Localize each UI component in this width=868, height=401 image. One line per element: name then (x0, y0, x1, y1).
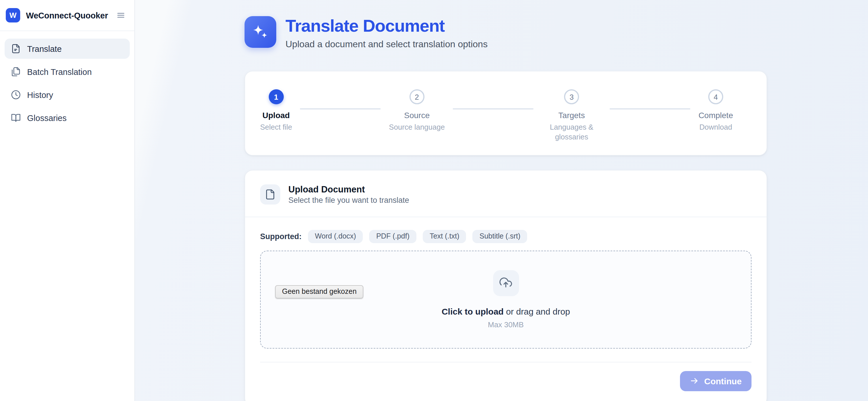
upload-card-header: Upload Document Select the file you want… (260, 184, 751, 204)
step-label: Targets (558, 111, 585, 120)
divider (260, 362, 751, 362)
upload-card-header-text: Upload Document Select the file you want… (288, 184, 409, 204)
app-title: WeConnect-Quooker (26, 11, 109, 20)
sidebar-toggle-button[interactable] (115, 9, 126, 21)
step-number-badge: 1 (269, 89, 283, 104)
dropzone-hint: Max 30MB (488, 320, 524, 329)
step-sublabel: Source language (389, 122, 445, 132)
page-subtitle: Upload a document and select translation… (285, 39, 488, 49)
app-logo: W (6, 8, 20, 23)
step-number-badge: 4 (708, 89, 723, 104)
sidebar-item-batch-translation[interactable]: Batch Translation (5, 62, 130, 82)
file-dropzone[interactable]: Geen bestand gekozen Click to upload or … (260, 250, 751, 348)
cloud-upload-icon (493, 270, 519, 296)
step-sublabel: Languages & glossaries (541, 122, 601, 142)
clock-icon (11, 90, 21, 100)
step-complete: 4 Complete Download (699, 89, 733, 132)
step-sublabel: Select file (260, 122, 292, 132)
step-number-badge: 3 (564, 89, 579, 104)
page-title: Translate Document (285, 16, 488, 35)
dropzone-title: Click to upload or drag and drop (441, 306, 570, 316)
arrow-right-icon (690, 376, 699, 386)
format-chip-txt: Text (.txt) (423, 230, 466, 243)
main-area: Translate Document Upload a document and… (135, 0, 868, 401)
files-icon (11, 67, 21, 77)
app-window: W WeConnect-Quooker Translate Batch Tran… (0, 0, 868, 401)
step-connector (453, 108, 533, 109)
step-number-badge: 2 (409, 89, 425, 104)
continue-button-label: Continue (704, 376, 742, 386)
upload-card-title: Upload Document (288, 184, 409, 195)
format-chip-pdf: PDF (.pdf) (369, 230, 416, 243)
actions-row: Continue (260, 371, 751, 391)
sidebar: W WeConnect-Quooker Translate Batch Tran… (0, 0, 135, 401)
divider (245, 216, 767, 217)
step-label: Source (404, 111, 430, 120)
dropzone-title-strong: Click to upload (441, 306, 503, 316)
book-open-icon (11, 113, 21, 123)
sidebar-item-label: Translate (27, 44, 62, 53)
step-targets: 3 Targets Languages & glossaries (541, 89, 601, 142)
page-header-text: Translate Document Upload a document and… (285, 16, 488, 49)
continue-button[interactable]: Continue (680, 371, 751, 391)
step-upload: 1 Upload Select file (260, 89, 292, 132)
sidebar-item-label: Glossaries (27, 113, 67, 123)
sidebar-item-label: History (27, 90, 53, 99)
format-chip-docx: Word (.docx) (308, 230, 363, 243)
upload-card: Upload Document Select the file you want… (245, 170, 767, 401)
native-file-input-button[interactable]: Geen bestand gekozen (275, 285, 364, 298)
format-chip-srt: Subtitle (.srt) (473, 230, 527, 243)
step-label: Complete (699, 111, 733, 120)
sidebar-nav: Translate Batch Translation History Glos… (0, 31, 134, 135)
page-header: Translate Document Upload a document and… (245, 0, 767, 49)
hamburger-icon (116, 11, 125, 20)
sidebar-item-history[interactable]: History (5, 85, 130, 105)
file-icon (260, 184, 280, 204)
step-source: 2 Source Source language (389, 89, 445, 132)
sidebar-item-translate[interactable]: Translate (5, 39, 130, 59)
step-connector (300, 108, 381, 109)
sidebar-item-label: Batch Translation (27, 67, 92, 76)
step-connector (610, 108, 690, 109)
step-label: Upload (262, 111, 290, 120)
content-column: Translate Document Upload a document and… (245, 0, 767, 401)
supported-formats-row: Supported: Word (.docx) PDF (.pdf) Text … (260, 230, 751, 243)
sparkles-icon (245, 16, 276, 48)
upload-card-subtitle: Select the file you want to translate (288, 196, 409, 204)
supported-label: Supported: (260, 232, 302, 240)
sidebar-header: W WeConnect-Quooker (0, 0, 134, 31)
file-text-icon (11, 44, 21, 54)
step-sublabel: Download (699, 122, 732, 132)
sidebar-item-glossaries[interactable]: Glossaries (5, 108, 130, 128)
stepper: 1 Upload Select file 2 Source Source lan… (245, 71, 767, 155)
dropzone-title-rest: or drag and drop (503, 306, 570, 316)
